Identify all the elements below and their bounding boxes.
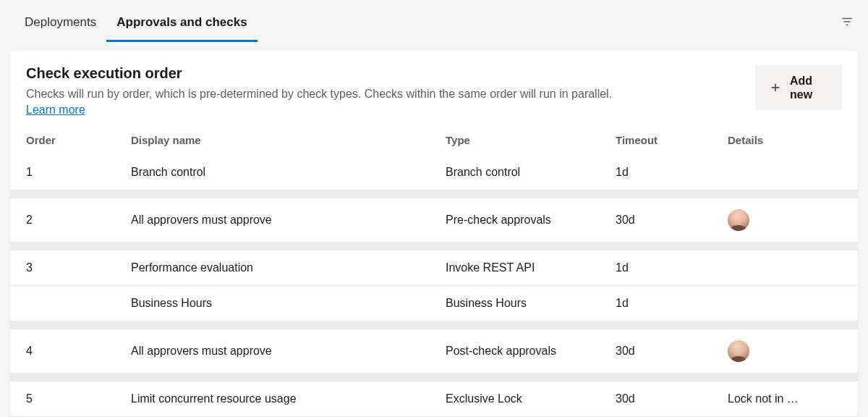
cell-type: Branch control [446,166,616,179]
table-row[interactable]: 2All approvers must approvePre-check app… [10,198,858,242]
group-separator [10,242,858,250]
group-separator [10,373,858,382]
cell-type: Business Hours [446,297,616,310]
card-title: Check execution order [26,65,612,82]
cell-order: 5 [26,392,131,405]
table-body: 1Branch controlBranch control1d2All appr… [10,155,858,416]
tabs-bar: Deployments Approvals and checks [0,0,868,43]
cell-timeout: 1d [616,261,728,274]
cell-timeout: 30d [616,214,728,227]
cell-timeout: 1d [616,297,728,310]
add-new-button[interactable]: Add new [755,65,842,110]
cell-display-name: Limit concurrent resource usage [131,392,446,405]
cell-timeout: 30d [616,345,728,358]
cell-type: Exclusive Lock [446,392,616,405]
table-header: Order Display name Type Timeout Details [10,124,858,155]
table-row[interactable]: 4All approvers must approvePost-check ap… [10,329,858,373]
cell-type: Invoke REST API [446,261,616,274]
plus-icon [770,82,781,93]
cell-display-name: All approvers must approve [131,345,446,358]
learn-more-link[interactable]: Learn more [26,104,85,117]
cell-order: 4 [26,345,131,358]
filter-icon[interactable] [841,15,854,28]
cell-display-name: Branch control [131,166,446,179]
col-header-type[interactable]: Type [446,134,616,146]
group-separator [10,190,858,198]
group-separator [10,321,858,329]
table-row[interactable]: 5Limit concurrent resource usageExclusiv… [10,382,858,416]
avatar [728,340,749,362]
tabs: Deployments Approvals and checks [14,2,258,42]
cell-display-name: All approvers must approve [131,214,446,227]
details-text: Lock not in … [728,392,799,405]
col-header-order[interactable]: Order [26,134,131,146]
card-description: Checks will run by order, which is pre-d… [26,86,612,102]
cell-type: Pre-check approvals [446,214,616,227]
checks-table: Order Display name Type Timeout Details … [10,124,858,416]
tab-approvals-checks[interactable]: Approvals and checks [106,2,257,42]
cell-timeout: 1d [616,166,728,179]
cell-order: 2 [26,214,131,227]
table-row[interactable]: Business HoursBusiness Hours1d [10,285,858,321]
card-header: Check execution order Checks will run by… [10,51,858,124]
col-header-name[interactable]: Display name [131,134,446,146]
checks-card: Check execution order Checks will run by… [10,51,858,416]
cell-details [728,209,842,231]
cell-details [728,340,842,362]
col-header-timeout[interactable]: Timeout [616,134,728,146]
avatar [728,209,749,231]
cell-order: 1 [26,166,131,179]
cell-order: 3 [26,261,131,274]
cell-display-name: Business Hours [131,297,446,310]
table-row[interactable]: 3Performance evaluationInvoke REST API1d [10,250,858,285]
cell-timeout: 30d [616,392,728,405]
col-header-details[interactable]: Details [728,134,842,146]
cell-type: Post-check approvals [446,345,616,358]
add-new-label: Add new [790,74,827,101]
table-row[interactable]: 1Branch controlBranch control1d [10,155,858,190]
cell-display-name: Performance evaluation [131,261,446,274]
tab-deployments[interactable]: Deployments [14,2,106,42]
cell-details: Lock not in … [728,392,842,405]
card-header-text: Check execution order Checks will run by… [26,65,612,117]
